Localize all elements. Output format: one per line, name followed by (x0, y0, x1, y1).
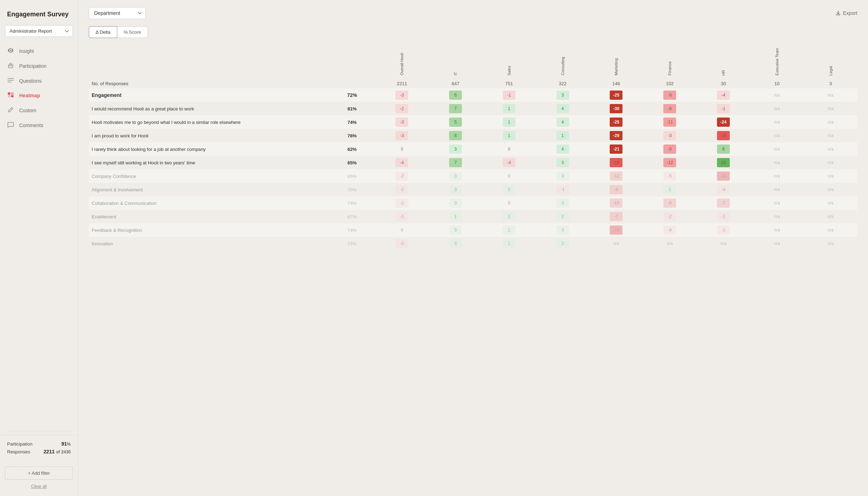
svg-rect-1 (11, 92, 14, 95)
value-cell: n/a (750, 88, 804, 102)
sidebar-item-label-comments: Comments (19, 122, 43, 128)
value-cell: n/a (804, 237, 857, 250)
value-cell: -2 (375, 196, 429, 210)
value-cell: 1 (643, 183, 697, 196)
value-cell: -18 (697, 169, 750, 183)
value-cell: 3 (536, 196, 589, 210)
value-cell: -18 (589, 156, 643, 169)
report-dropdown-container[interactable]: Administrator Report Manager Report (5, 25, 73, 37)
value-cell: n/a (589, 237, 643, 250)
value-cell: -30 (589, 102, 643, 115)
sidebar-item-participation[interactable]: Participation (0, 58, 78, 74)
value-cell: 2 (536, 237, 589, 250)
value-cell: -24 (697, 115, 750, 129)
score-cell: 74% (329, 196, 375, 210)
value-cell: -16 (697, 129, 750, 142)
value-cell: -5 (643, 169, 697, 183)
value-cell: 3 (429, 196, 482, 210)
value-cell: 10 (750, 79, 804, 88)
value-cell: -6 (643, 196, 697, 210)
value-cell: -7 (589, 210, 643, 223)
value-cell: -4 (482, 156, 536, 169)
value-cell: -1 (697, 102, 750, 115)
score-cell: 74% (329, 115, 375, 129)
department-dropdown-container[interactable]: Department Team Location (89, 7, 146, 19)
delta-toggle[interactable]: Δ Delta (89, 26, 117, 38)
value-cell: n/a (804, 169, 857, 183)
value-cell: 1 (482, 210, 536, 223)
row-label: Alignment & Involvement (89, 183, 329, 196)
value-cell: -10 (589, 196, 643, 210)
value-cell: 1 (482, 237, 536, 250)
value-cell: 3 (536, 88, 589, 102)
value-cell: 3 (804, 79, 857, 88)
table-row: I am proud to work for Hooli76%-3811-29-… (89, 129, 857, 142)
value-cell: 7 (429, 156, 482, 169)
value-cell: -1 (536, 183, 589, 196)
value-cell: -4 (643, 223, 697, 237)
value-cell: -2 (375, 183, 429, 196)
value-cell: 102 (643, 79, 697, 88)
value-cell: -25 (589, 115, 643, 129)
report-dropdown[interactable]: Administrator Report Manager Report (5, 25, 73, 37)
row-label: Hooli motivates me to go beyond what I w… (89, 115, 329, 129)
score-cell: 74% (329, 223, 375, 237)
table-row: Innovation72%-2312n/an/an/an/an/a (89, 237, 857, 250)
value-cell: -3 (375, 88, 429, 102)
col-header: Marketing (589, 45, 643, 79)
value-cell: -9 (643, 88, 697, 102)
row-label: Engagement (89, 88, 329, 102)
value-cell: -25 (589, 88, 643, 102)
department-dropdown[interactable]: Department Team Location (89, 7, 146, 19)
export-icon (835, 10, 841, 16)
comment-icon (7, 122, 14, 129)
value-cell: -9 (589, 183, 643, 196)
value-cell: n/a (750, 142, 804, 156)
row-label: Feedback & Recognition (89, 223, 329, 237)
value-cell: 1 (482, 115, 536, 129)
table-row: Hooli motivates me to go beyond what I w… (89, 115, 857, 129)
score-toggle[interactable]: % Score (117, 26, 148, 38)
value-cell: n/a (804, 115, 857, 129)
value-cell: 7 (429, 102, 482, 115)
table-row: I would recommend Hooli as a great place… (89, 102, 857, 115)
sidebar-item-questions[interactable]: Questions (0, 74, 78, 88)
row-label: I see myself still working at Hooli in t… (89, 156, 329, 169)
sidebar-item-insight[interactable]: Insight (0, 44, 78, 58)
sidebar-item-custom[interactable]: Custom (0, 103, 78, 118)
col-header: IT (429, 45, 482, 79)
value-cell: n/a (804, 210, 857, 223)
value-cell: 4 (536, 115, 589, 129)
table-row: I rarely think about looking for a job a… (89, 142, 857, 156)
sidebar-item-heatmap[interactable]: Heatmap (0, 88, 78, 103)
sidebar-item-comments[interactable]: Comments (0, 118, 78, 133)
value-cell: 2211 (375, 79, 429, 88)
value-cell: -9 (643, 142, 697, 156)
value-cell: n/a (750, 169, 804, 183)
svg-rect-2 (8, 95, 10, 97)
value-cell: -1 (482, 88, 536, 102)
value-cell: -3 (643, 129, 697, 142)
score-cell: 72% (329, 88, 375, 102)
value-cell: 3 (536, 156, 589, 169)
row-label: Company Confidence (89, 169, 329, 183)
value-cell: -2 (643, 210, 697, 223)
value-cell: -21 (589, 142, 643, 156)
value-cell: 3 (429, 183, 482, 196)
value-cell: n/a (750, 196, 804, 210)
toggle-group: Δ Delta % Score (89, 26, 857, 38)
value-cell: -11 (643, 115, 697, 129)
value-cell: n/a (750, 183, 804, 196)
clear-all-button[interactable]: Clear all (0, 484, 78, 489)
value-cell: 8 (697, 142, 750, 156)
export-button[interactable]: Export (835, 10, 857, 16)
value-cell: n/a (750, 237, 804, 250)
value-cell: 0 (375, 142, 429, 156)
value-cell: n/a (804, 142, 857, 156)
add-filter-button[interactable]: + Add filter (5, 467, 73, 480)
row-label: Enablement (89, 210, 329, 223)
value-cell: -7 (697, 196, 750, 210)
responses-value: 2211 of 2430 (44, 449, 71, 454)
hand-icon (7, 62, 14, 70)
sidebar-item-label-participation: Participation (19, 63, 47, 69)
